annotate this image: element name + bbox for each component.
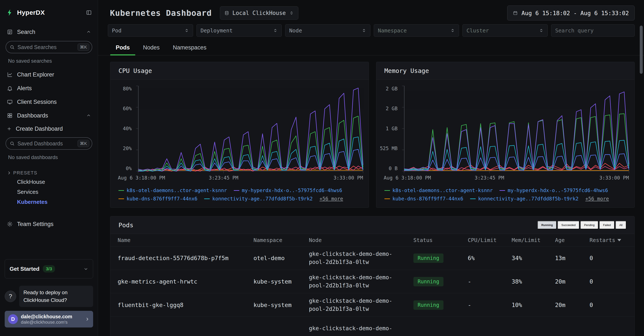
x-axis-label: 3:33:00 PM <box>600 175 629 181</box>
status-filter-running[interactable]: Running <box>538 221 557 229</box>
status-filter-all[interactable]: All <box>616 221 626 229</box>
preset-kubernetes[interactable]: Kubernetes <box>5 197 93 207</box>
legend-item-my-hyperdx-hdx-o-57975fcd6-4hws6[interactable]: my-hyperdx-hdx-o..-57975fcd6-4hws6 <box>234 188 342 193</box>
legend-dash <box>384 198 390 199</box>
legend-dash <box>470 198 476 199</box>
sidebar-item-label: Client Sessions <box>17 99 57 105</box>
get-started-button[interactable]: Get Started 3/3 <box>5 259 93 278</box>
saved-searches-input[interactable] <box>18 44 74 50</box>
legend-item-k8s-otel-daemons-ctor-agent-ksnnr[interactable]: k8s-otel-daemons..ctor-agent-ksnnr <box>384 188 493 193</box>
column-header-cpu-limit[interactable]: CPU/Limit <box>468 237 510 243</box>
mem-limit-cell: 10% <box>512 302 553 308</box>
y-axis-label: 0% <box>126 166 132 171</box>
column-header-label: Mem/Limit <box>512 237 540 243</box>
sidebar: HyperDX Search ⌘K No saved searches Char… <box>0 0 98 336</box>
collapse-sidebar-icon[interactable] <box>86 10 92 16</box>
date-range-picker[interactable]: Aug 6 15:18:02 - Aug 6 15:33:02 <box>507 6 634 21</box>
filter-select-deployment[interactable]: Deployment <box>196 24 282 37</box>
restarts-cell: 0 <box>590 278 627 285</box>
sidebar-item-dashboards[interactable]: Dashboards <box>5 109 93 122</box>
legend-item-kube-dns-876ff9ff7-44nx6[interactable]: kube-dns-876ff9ff7-44nx6 <box>118 196 197 201</box>
column-header-label: Namespace <box>254 237 282 243</box>
scrollbar-thumb[interactable] <box>640 26 643 74</box>
x-axis: Aug 6 3:18:00 PM3:23:45 PM3:33:00 PM <box>138 173 363 183</box>
user-org: dale@clickhouse.com's <box>21 319 72 325</box>
sidebar-nav: Chart ExplorerAlertsClient Sessions <box>5 68 93 109</box>
search-query-box[interactable] <box>551 24 634 37</box>
search-icon <box>10 141 14 146</box>
legend-more-link[interactable]: +56 more <box>586 196 609 201</box>
node-cell: gke-clickstack-demo-demo- <box>309 324 411 332</box>
source-select[interactable]: Local ClickHouse <box>220 7 298 20</box>
user-menu[interactable]: D dale@clickhouse.com dale@clickhouse.co… <box>5 311 93 327</box>
column-header-name[interactable]: Name <box>118 237 251 243</box>
status-filter-failed[interactable]: Failed <box>599 221 614 229</box>
help-button[interactable]: ? <box>5 290 16 302</box>
node-cell: gke-clickstack-demo-demo-pool-2d2b1f3a-0… <box>309 250 411 266</box>
memory-chart[interactable]: 2 GB2 GB1 GB525 MB0 B <box>376 86 629 171</box>
tab-pods[interactable]: Pods <box>110 42 135 55</box>
cloud-promo: ? Ready to deploy on ClickHouse Cloud? <box>5 286 93 307</box>
sidebar-item-alerts[interactable]: Alerts <box>5 82 93 95</box>
legend-item-konnectivity-age-77dfdd8f5b-t9rk2[interactable]: konnectivity-age..77dfdd8f5b-t9rk2 <box>204 196 312 201</box>
cpu-usage-panel: CPU Usage 80%60%40%20%0% Aug 6 3:18:00 P… <box>110 62 369 208</box>
status-filter-pending[interactable]: Pending <box>580 221 598 229</box>
saved-searches-box[interactable]: ⌘K <box>6 41 92 53</box>
table-row[interactable]: fraud-detection-55776d678b-p7f5motel-dem… <box>110 246 634 270</box>
status-filter-succeeded[interactable]: Succeeded <box>558 221 580 229</box>
presets-header[interactable]: PRESETS <box>5 170 93 176</box>
filter-select-pod[interactable]: Pod <box>108 24 193 37</box>
chart-legend: k8s-otel-daemons..ctor-agent-ksnnrmy-hyp… <box>376 183 634 207</box>
sidebar-item-label: Alerts <box>17 85 32 92</box>
legend-item-my-hyperdx-hdx-o-57975fcd6-4hws6[interactable]: my-hyperdx-hdx-o..-57975fcd6-4hws6 <box>500 188 608 193</box>
chevron-down-icon <box>84 266 88 271</box>
legend-dash <box>118 198 124 199</box>
saved-dashboards-input[interactable] <box>18 141 74 147</box>
avatar: D <box>8 314 18 324</box>
tab-namespaces[interactable]: Namespaces <box>167 42 212 55</box>
tab-nodes[interactable]: Nodes <box>138 42 165 55</box>
filter-select-node[interactable]: Node <box>285 24 370 37</box>
sidebar-item-chart-explorer[interactable]: Chart Explorer <box>5 68 93 82</box>
column-header-namespace[interactable]: Namespace <box>254 237 307 243</box>
y-axis-label: 525 MB <box>380 146 398 151</box>
status-badge: Running <box>414 300 444 310</box>
create-dashboard-button[interactable]: Create Dashboard <box>5 122 93 135</box>
cpu-chart[interactable]: 80%60%40%20%0% <box>110 86 363 171</box>
search-query-input[interactable] <box>555 28 630 34</box>
saved-dashboards-box[interactable]: ⌘K <box>6 137 92 150</box>
column-header-status[interactable]: Status <box>414 237 466 243</box>
preset-clickhouse[interactable]: ClickHouse <box>5 177 93 187</box>
filter-select-cluster[interactable]: Cluster <box>462 24 548 37</box>
legend-item-konnectivity-age-77dfdd8f5b-t9rk2[interactable]: konnectivity-age..77dfdd8f5b-t9rk2 <box>470 196 578 201</box>
cpu-limit-cell: 6% <box>468 255 510 261</box>
column-header-mem-limit[interactable]: Mem/Limit <box>512 237 553 243</box>
cloud-promo-link[interactable]: Ready to deploy on ClickHouse Cloud? <box>19 286 93 307</box>
legend-item-kube-dns-876ff9ff7-44nx6[interactable]: kube-dns-876ff9ff7-44nx6 <box>384 196 463 201</box>
column-header-node[interactable]: Node <box>309 237 411 243</box>
brand-name: HyperDX <box>17 9 45 16</box>
legend-label: my-hyperdx-hdx-o..-57975fcd6-4hws6 <box>242 188 342 193</box>
legend-item-k8s-otel-daemons-ctor-agent-ksnnr[interactable]: k8s-otel-daemons..ctor-agent-ksnnr <box>118 188 227 193</box>
column-header-restarts[interactable]: Restarts <box>590 237 627 243</box>
table-row[interactable]: fluentbit-gke-lggq8kube-systemgke-clicks… <box>110 293 634 316</box>
content: CPU Usage 80%60%40%20%0% Aug 6 3:18:00 P… <box>98 56 644 336</box>
sidebar-item-label: Dashboards <box>17 112 48 119</box>
table-row[interactable]: gke-metrics-agent-hrwtckube-systemgke-cl… <box>110 270 634 293</box>
legend-dash <box>234 190 239 191</box>
table-row[interactable]: gke-clickstack-demo-demo- <box>110 316 634 336</box>
sidebar-item-search[interactable]: Search <box>5 25 93 39</box>
sidebar-item-label: Team Settings <box>17 221 54 227</box>
column-header-age[interactable]: Age <box>555 237 588 243</box>
column-header-label: Status <box>414 237 432 243</box>
y-axis-label: 60% <box>123 106 132 111</box>
legend-row: k8s-otel-daemons..ctor-agent-ksnnrmy-hyp… <box>118 188 361 193</box>
legend-more-link[interactable]: +56 more <box>320 196 343 201</box>
restarts-cell: 0 <box>590 302 627 308</box>
filter-select-namespace[interactable]: Namespace <box>374 24 459 37</box>
pod-name-cell: gke-metrics-agent-hrwtc <box>118 278 251 285</box>
sidebar-item-team-settings[interactable]: Team Settings <box>5 217 93 231</box>
pod-name-cell: fraud-detection-55776d678b-p7f5m <box>118 255 251 261</box>
sidebar-item-client-sessions[interactable]: Client Sessions <box>5 95 93 109</box>
preset-services[interactable]: Services <box>5 187 93 197</box>
